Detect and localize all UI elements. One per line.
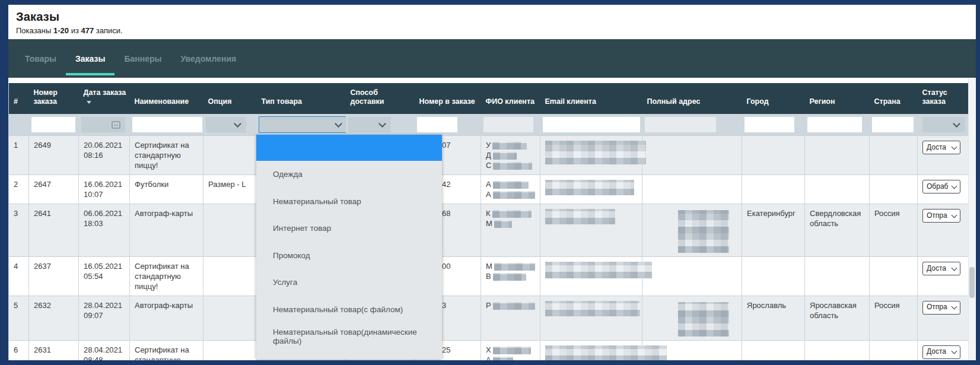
client-email-redacted-block bbox=[545, 180, 634, 195]
order-status-select[interactable]: Доста bbox=[922, 262, 960, 275]
col-header-order-item-number[interactable]: Номер в заказе bbox=[415, 83, 481, 114]
dropdown-option[interactable]: Промокод bbox=[256, 242, 442, 269]
order-status-select[interactable]: Обраб bbox=[922, 180, 960, 193]
filter-date-order-date[interactable] bbox=[81, 117, 125, 132]
client-name-letter: У bbox=[486, 141, 491, 151]
cell-option bbox=[203, 136, 257, 175]
col-header-country[interactable]: Страна bbox=[870, 83, 918, 114]
redacted-block bbox=[492, 142, 527, 150]
vertical-scrollbar[interactable] bbox=[968, 78, 975, 360]
order-status-label: Доста bbox=[927, 347, 946, 357]
order-status-select[interactable]: Отпра bbox=[922, 209, 960, 223]
redacted-block bbox=[493, 302, 535, 310]
cell-option bbox=[203, 296, 257, 340]
calendar-icon bbox=[112, 120, 120, 129]
dropdown-option[interactable]: Нематериальный товар bbox=[256, 188, 442, 215]
tab-notifications[interactable]: Уведомления bbox=[171, 39, 246, 78]
client-name-letter: Х bbox=[486, 345, 491, 356]
table-header-row: #Номер заказаДата заказаНаименованиеОпци… bbox=[9, 83, 969, 114]
dropdown-option[interactable]: Интернет товар bbox=[256, 215, 442, 242]
col-header-full-address[interactable]: Полный адрес bbox=[642, 83, 742, 114]
filter-select-delivery-method[interactable] bbox=[348, 117, 391, 132]
cell-region bbox=[805, 136, 870, 175]
order-status-select[interactable]: Доста bbox=[922, 141, 960, 154]
client-name-redacted-line: А bbox=[486, 180, 535, 190]
dropdown-option[interactable]: Услуга bbox=[256, 269, 442, 296]
cell-item-name: Автограф-карты bbox=[130, 204, 203, 257]
filter-input-order-item-number[interactable] bbox=[417, 117, 457, 132]
cell-full-address bbox=[642, 204, 742, 257]
col-header-order-date[interactable]: Дата заказа bbox=[79, 83, 130, 114]
col-header-region[interactable]: Регион bbox=[805, 83, 870, 114]
filter-input-city[interactable] bbox=[744, 117, 794, 132]
order-date-value: 28.04.2021 bbox=[84, 301, 125, 311]
dropdown-option[interactable]: Нематериальный товар(с файлом) bbox=[256, 296, 442, 323]
filter-input-order-number[interactable] bbox=[31, 117, 75, 132]
client-name-letter: С bbox=[486, 161, 491, 171]
scrollbar-thumb[interactable] bbox=[969, 267, 975, 298]
col-header-order-number[interactable]: Номер заказа bbox=[29, 83, 79, 114]
filter-select-option[interactable] bbox=[206, 117, 246, 132]
filter-cell-order-number bbox=[29, 114, 79, 136]
filter-input-country[interactable] bbox=[872, 117, 914, 132]
tab-banners[interactable]: Баннеры bbox=[114, 39, 171, 78]
order-date-value: 28.04.2021 bbox=[84, 345, 125, 356]
client-name-letter: К bbox=[486, 209, 491, 219]
col-header-label: Регион bbox=[810, 97, 835, 106]
cell-client-name: ХАА bbox=[481, 340, 540, 360]
dropdown-option[interactable]: Одежда bbox=[256, 161, 442, 188]
cell-index: 3 bbox=[9, 204, 29, 257]
client-name-letter: А bbox=[486, 180, 491, 190]
filter-input-full-address[interactable] bbox=[645, 117, 716, 132]
col-header-label: Город bbox=[747, 97, 769, 106]
filter-input-client-email[interactable] bbox=[543, 117, 640, 132]
tab-orders[interactable]: Заказы bbox=[66, 39, 114, 78]
filter-select-order-status[interactable] bbox=[922, 117, 965, 132]
filter-cell-city bbox=[742, 114, 805, 136]
col-header-delivery-method[interactable]: Способ доставки bbox=[346, 83, 415, 114]
filter-cell-order-item-number bbox=[415, 114, 481, 136]
col-header-client-name[interactable]: ФИО клиента bbox=[481, 83, 540, 114]
summary-range: 1-20 bbox=[53, 26, 69, 35]
cell-full-address bbox=[642, 175, 742, 204]
col-header-label: Email клиента bbox=[545, 97, 596, 106]
cell-country bbox=[870, 257, 918, 296]
col-header-index[interactable]: # bbox=[9, 83, 29, 114]
cell-order-status: Отпра bbox=[918, 296, 969, 340]
cell-order-date: 20.06.202108:16 bbox=[79, 136, 130, 175]
filter-input-client-name[interactable] bbox=[483, 117, 533, 132]
client-name-redacted-line: Р bbox=[486, 301, 535, 311]
client-name-redacted-line: В bbox=[486, 272, 535, 282]
dropdown-option[interactable]: Нематериальный товар(динамические файлы) bbox=[256, 323, 442, 350]
col-header-city[interactable]: Город bbox=[742, 83, 805, 114]
col-header-label: ФИО клиента bbox=[486, 97, 534, 106]
cell-order-status: Доста bbox=[918, 136, 969, 175]
filter-cell-option bbox=[203, 114, 257, 136]
chevron-down-icon bbox=[335, 120, 342, 128]
order-status-select[interactable]: Доста bbox=[922, 345, 960, 359]
col-header-option[interactable]: Опция bbox=[203, 83, 257, 114]
order-status-select[interactable]: Отпра bbox=[922, 301, 960, 315]
cell-order-number: 2647 bbox=[29, 175, 79, 204]
filter-input-region[interactable] bbox=[807, 117, 862, 132]
col-header-label: Способ доставки bbox=[351, 88, 384, 106]
filter-cell-country bbox=[870, 114, 918, 136]
col-header-order-status[interactable]: Статус заказа bbox=[918, 83, 969, 114]
filter-select-product-type[interactable] bbox=[259, 117, 347, 132]
col-header-item-name[interactable]: Наименование bbox=[130, 83, 203, 114]
cell-order-date: 28.04.202109:07 bbox=[79, 296, 130, 340]
cell-country: Россия bbox=[870, 296, 918, 340]
filter-cell-product-type bbox=[257, 114, 346, 136]
order-time-value: 18:03 bbox=[84, 219, 125, 229]
page-header: Заказы Показаны 1-20 из 477 записи. bbox=[8, 5, 976, 35]
order-status-label: Доста bbox=[927, 264, 946, 274]
col-header-label: # bbox=[14, 97, 18, 106]
records-summary: Показаны 1-20 из 477 записи. bbox=[16, 26, 976, 35]
col-header-client-email[interactable]: Email клиента bbox=[540, 83, 642, 114]
dropdown-option[interactable] bbox=[256, 135, 442, 161]
tab-products[interactable]: Товары bbox=[15, 39, 66, 78]
summary-total: 477 bbox=[81, 26, 94, 35]
cell-item-name: Автограф-карты bbox=[130, 296, 203, 340]
col-header-product-type[interactable]: Тип товара bbox=[257, 83, 346, 114]
filter-input-item-name[interactable] bbox=[132, 117, 202, 132]
